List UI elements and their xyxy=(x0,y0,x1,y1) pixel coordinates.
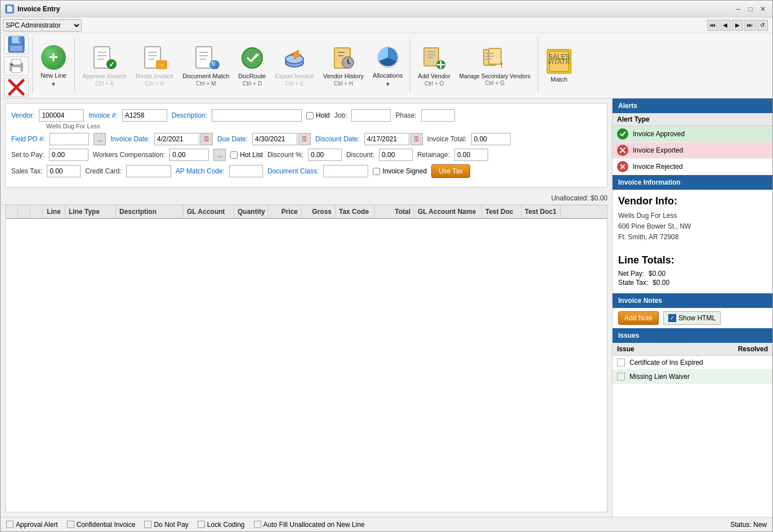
discount-date-input[interactable] xyxy=(364,133,409,145)
alert-rejected-text: Invoice Rejected xyxy=(633,163,683,171)
show-html-checkbox[interactable]: ✓ xyxy=(668,314,676,322)
maximize-button[interactable]: □ xyxy=(745,4,756,14)
invoice-signed-checkbox[interactable] xyxy=(373,168,380,175)
vendor-info-addr1: 606 Pine Bower St., NW xyxy=(618,221,767,232)
form-row-3: Set to Pay: Workers Compensation: ... Ho… xyxy=(11,149,601,161)
approve-invoice-button[interactable]: ✓ Approve Invoice Ctrl + A xyxy=(78,35,131,96)
due-date-group: 🗓 xyxy=(252,133,311,145)
invoice-signed-checkbox-label[interactable]: Invoice Signed xyxy=(373,167,427,175)
due-date-input[interactable] xyxy=(252,133,297,145)
document-class-input[interactable] xyxy=(323,165,368,177)
alert-rejected: Invoice Rejected xyxy=(613,159,772,175)
hold-checkbox[interactable] xyxy=(306,112,314,119)
alert-type-header: Alert Type xyxy=(613,113,772,126)
set-to-pay-input[interactable] xyxy=(49,149,88,161)
toolbar-top: SPC Administrator ⏮ ◀ ▶ ⏭ ↺ xyxy=(1,17,772,33)
retainage-input[interactable] xyxy=(454,149,488,161)
minimize-button[interactable]: ─ xyxy=(733,4,743,14)
hold-checkbox-label[interactable]: Hold xyxy=(306,111,330,119)
invoice-form: Vendor: Invoice #: Description: Hold Job… xyxy=(5,103,607,187)
description-input[interactable] xyxy=(212,109,302,122)
nav-first[interactable]: ⏮ xyxy=(707,20,718,31)
route-invoice-button[interactable]: → Route Invoice Ctrl + R xyxy=(132,35,177,96)
invoice-date-calendar-button[interactable]: 🗓 xyxy=(200,133,213,145)
export-invoice-button[interactable]: Export Invoice Ctrl + E xyxy=(271,35,318,96)
delete-button[interactable] xyxy=(4,78,29,97)
match-button[interactable]: SALESINVITATION Match xyxy=(542,35,577,96)
job-input[interactable] xyxy=(351,109,391,122)
svg-rect-35 xyxy=(427,57,433,58)
vendor-input[interactable] xyxy=(39,109,84,122)
auto-fill-group[interactable]: Auto Fill Unallocated on New Line xyxy=(254,521,365,529)
show-html-button[interactable]: ✓ Show HTML xyxy=(663,311,721,325)
export-invoice-label: Export Invoice xyxy=(275,73,314,80)
add-note-button[interactable]: Add Note xyxy=(618,311,659,325)
auto-fill-checkbox[interactable] xyxy=(254,521,261,528)
close-button[interactable]: ✕ xyxy=(758,4,768,14)
docroute-button[interactable]: DocRoute Ctrl + D xyxy=(234,35,270,96)
hide-sidebar-tab[interactable]: Hide Sidebar xyxy=(612,284,613,332)
ap-match-code-input[interactable] xyxy=(229,165,263,177)
field-po-browse-button[interactable]: ... xyxy=(93,133,106,145)
nav-next[interactable]: ▶ xyxy=(732,20,743,31)
lock-coding-checkbox[interactable] xyxy=(198,521,205,528)
vendor-subname-row: Wells Dug For Less xyxy=(11,123,601,129)
manage-secondary-vendors-button[interactable]: ! Manage Secondary Vendors Ctrl + G xyxy=(455,35,534,96)
workers-comp-input[interactable] xyxy=(169,149,209,161)
user-select[interactable]: SPC Administrator xyxy=(3,19,82,32)
use-tax-button[interactable]: Use Tax xyxy=(431,164,470,178)
new-line-button[interactable]: + New Line ▼ xyxy=(36,35,71,96)
sales-tax-input[interactable] xyxy=(47,165,81,177)
credit-card-input[interactable] xyxy=(126,165,171,177)
col-total-header: Total xyxy=(375,205,414,218)
discount-date-calendar-button[interactable]: 🗓 xyxy=(410,133,423,145)
confidential-invoice-checkbox[interactable] xyxy=(67,521,74,528)
do-not-pay-checkbox[interactable] xyxy=(144,521,151,528)
field-po-input[interactable] xyxy=(50,133,89,145)
lock-coding-group[interactable]: Lock Coding xyxy=(198,521,245,529)
manage-secondary-vendors-icon: ! xyxy=(481,45,508,72)
sep1 xyxy=(32,38,33,93)
due-date-label: Due Date: xyxy=(217,135,248,143)
print-button[interactable] xyxy=(4,56,29,75)
nav-last[interactable]: ⏭ xyxy=(744,20,756,31)
allocations-button[interactable]: Allocations ▼ xyxy=(369,35,406,96)
add-vendor-button[interactable]: Add Vendor Ctrl + O xyxy=(414,35,454,96)
vendor-history-button[interactable]: Vendor History Ctrl + H xyxy=(319,35,368,96)
issue-missing-lien-checkbox[interactable] xyxy=(617,373,625,381)
discount-pct-input[interactable] xyxy=(308,149,342,161)
due-date-calendar-button[interactable]: 🗓 xyxy=(298,133,311,145)
approval-alert-group[interactable]: Approval Alert xyxy=(6,521,58,529)
svg-rect-42 xyxy=(486,56,494,57)
toolbar-area: SPC Administrator ⏮ ◀ ▶ ⏭ ↺ xyxy=(1,17,772,99)
invoice-num-input[interactable] xyxy=(122,109,167,122)
approval-alert-checkbox[interactable] xyxy=(6,521,14,528)
workers-comp-browse-button[interactable]: ... xyxy=(213,149,226,161)
document-class-label: Document Class: xyxy=(267,167,319,175)
auto-fill-label: Auto Fill Unallocated on New Line xyxy=(263,521,365,529)
invoice-date-input[interactable] xyxy=(154,133,199,145)
discount-input[interactable] xyxy=(379,149,413,161)
do-not-pay-group[interactable]: Do Not Pay xyxy=(144,521,188,529)
nav-refresh[interactable]: ↺ xyxy=(757,20,768,31)
hot-list-label: Hot List xyxy=(240,151,263,159)
invoice-date-group: 🗓 xyxy=(154,133,213,145)
document-match-button[interactable]: 🔍 Document Match Ctrl + M xyxy=(178,35,233,96)
phase-input[interactable] xyxy=(421,109,455,122)
invoice-total-input[interactable] xyxy=(471,133,511,145)
issue-cert-ins-checkbox[interactable] xyxy=(617,359,625,366)
save-button[interactable] xyxy=(4,35,29,54)
status-label: Status: xyxy=(730,521,751,529)
col-testdoc-header: Test Doc xyxy=(482,205,521,218)
nav-prev[interactable]: ◀ xyxy=(720,20,731,31)
notes-section: Add Note ✓ Show HTML xyxy=(613,308,772,328)
issues-section: Issue Resolved Certificate of Ins Expire… xyxy=(613,343,772,384)
vendor-history-icon xyxy=(330,44,357,71)
svg-rect-3 xyxy=(10,46,23,51)
approve-invoice-shortcut: Ctrl + A xyxy=(95,81,114,87)
hot-list-checkbox-label[interactable]: Hot List xyxy=(230,151,263,159)
confidential-invoice-group[interactable]: Confidential Invoice xyxy=(67,521,136,529)
vendor-info-addr2: Ft. Smith, AR 72908 xyxy=(618,232,767,243)
hot-list-checkbox[interactable] xyxy=(230,151,238,159)
window-controls: ─ □ ✕ xyxy=(733,4,768,14)
